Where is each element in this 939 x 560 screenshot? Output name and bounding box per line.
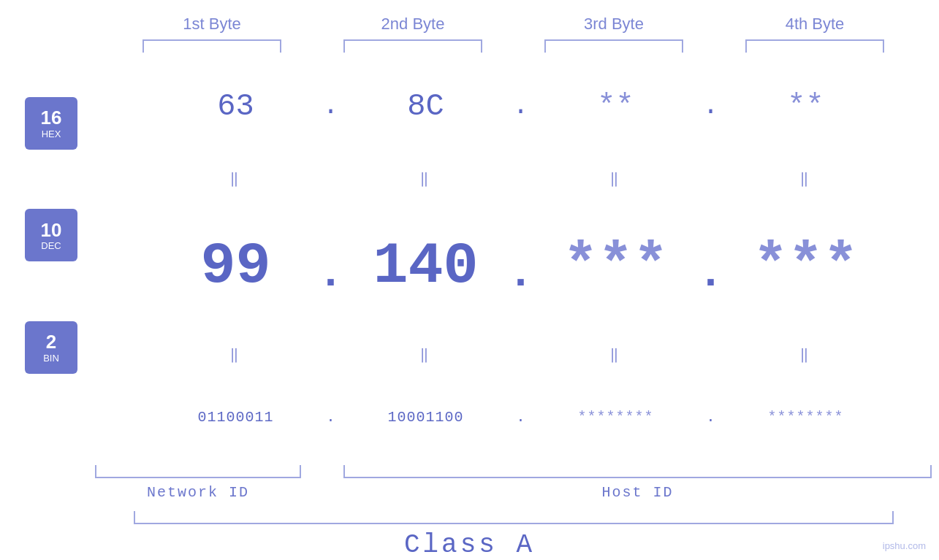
eq1-b4: ‖ xyxy=(726,169,886,188)
byte-headers: 1st Byte 2nd Byte 3rd Byte 4th Byte xyxy=(112,15,916,34)
main-container: 1st Byte 2nd Byte 3rd Byte 4th Byte 16 H… xyxy=(0,0,939,560)
ip-display: 63 . 8C . ** . ** ‖ ‖ ‖ ‖ 99 . xyxy=(102,60,939,462)
eq1-b2: ‖ xyxy=(346,169,506,188)
class-bracket xyxy=(134,511,894,524)
bin-b3: ******** xyxy=(536,409,696,426)
bottom-section: Network ID Host ID xyxy=(95,465,932,501)
badges-column: 16 HEX 10 DEC 2 BIN xyxy=(0,60,102,462)
bottom-labels: Network ID Host ID xyxy=(95,484,932,501)
byte1-header: 1st Byte xyxy=(121,15,303,34)
bottom-brackets xyxy=(95,465,932,478)
dec-b4: *** xyxy=(726,233,886,299)
bin-b1: 01100011 xyxy=(156,409,316,426)
dec-row: 99 . 140 . *** . *** xyxy=(102,233,939,299)
equals-row-1: ‖ ‖ ‖ ‖ xyxy=(102,168,939,190)
hex-row: 63 . 8C . ** . ** xyxy=(102,89,939,124)
host-id-label: Host ID xyxy=(343,484,932,501)
eq2-b2: ‖ xyxy=(346,345,506,364)
bin-dot3: . xyxy=(696,409,726,426)
bin-b2: 10001100 xyxy=(346,409,506,426)
byte4-header: 4th Byte xyxy=(723,15,906,34)
dec-b1: 99 xyxy=(156,233,316,299)
bin-dot2: . xyxy=(506,409,536,426)
bin-b4: ******** xyxy=(726,409,886,426)
dec-b3: *** xyxy=(536,233,696,299)
hex-dot3: . xyxy=(696,91,726,121)
eq2-b4: ‖ xyxy=(726,345,886,364)
hex-badge-num: 16 xyxy=(41,107,62,129)
bin-row: 01100011 . 10001100 . ******** . *******… xyxy=(102,409,939,426)
network-id-label: Network ID xyxy=(95,484,301,501)
eq1-b1: ‖ xyxy=(156,169,316,188)
main-area: 16 HEX 10 DEC 2 BIN 63 . 8C . ** . ** xyxy=(0,60,939,462)
dec-badge-label: DEC xyxy=(41,240,61,251)
eq1-b3: ‖ xyxy=(536,169,696,188)
dec-dot3: . xyxy=(696,249,726,299)
hex-b3: ** xyxy=(536,89,696,124)
dec-badge-num: 10 xyxy=(41,220,62,241)
hex-b1: 63 xyxy=(156,89,316,124)
dec-dot1: . xyxy=(316,249,346,299)
eq2-b1: ‖ xyxy=(156,345,316,364)
dec-badge: 10 DEC xyxy=(25,209,77,261)
hex-badge-label: HEX xyxy=(42,129,61,139)
top-brackets xyxy=(112,39,916,53)
bracket-b2 xyxy=(343,39,482,53)
host-bracket xyxy=(343,465,932,478)
eq2-b3: ‖ xyxy=(536,345,696,364)
bin-dot1: . xyxy=(316,409,346,426)
byte3-header: 3rd Byte xyxy=(522,15,705,34)
bracket-b1 xyxy=(142,39,281,53)
bin-badge: 2 BIN xyxy=(25,321,77,374)
hex-dot1: . xyxy=(316,91,346,121)
equals-row-2: ‖ ‖ ‖ ‖ xyxy=(102,343,939,365)
byte2-header: 2nd Byte xyxy=(322,15,504,34)
dec-b2: 140 xyxy=(346,233,506,299)
hex-b4: ** xyxy=(726,89,886,124)
network-bracket xyxy=(95,465,301,478)
bin-badge-num: 2 xyxy=(46,331,56,353)
hex-dot2: . xyxy=(506,91,536,121)
class-label: Class A xyxy=(404,530,535,560)
bracket-b4 xyxy=(745,39,884,53)
bracket-b3 xyxy=(544,39,683,53)
dec-dot2: . xyxy=(506,249,536,299)
hex-badge: 16 HEX xyxy=(25,97,77,150)
watermark: ipshu.com xyxy=(883,540,926,551)
hex-b2: 8C xyxy=(346,89,506,124)
bin-badge-label: BIN xyxy=(43,353,59,364)
